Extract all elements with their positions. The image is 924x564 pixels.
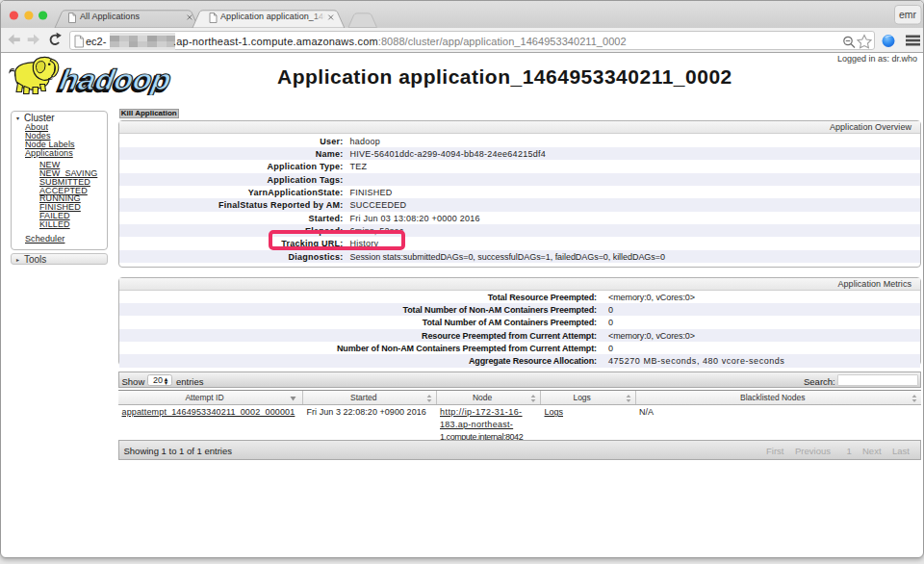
- svg-text:hadoop: hadoop: [58, 64, 174, 95]
- svg-text:All Applications: All Applications: [80, 12, 141, 21]
- svg-text:emr: emr: [899, 9, 917, 20]
